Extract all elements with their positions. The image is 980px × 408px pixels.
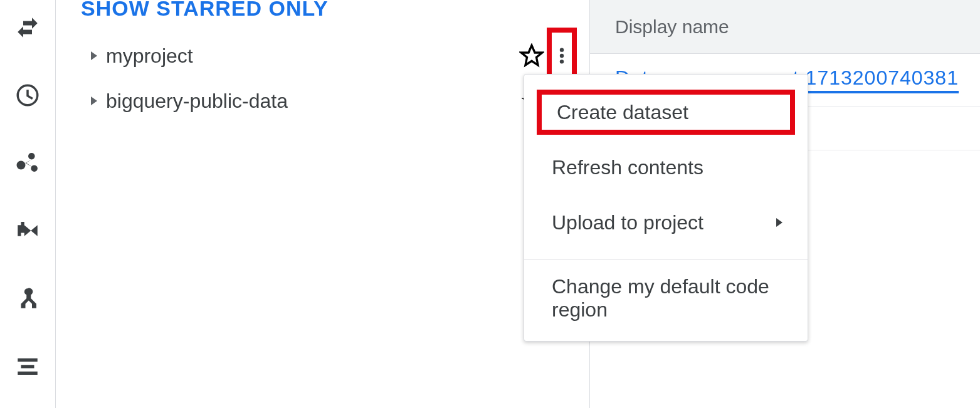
- share-icon[interactable]: [13, 148, 43, 178]
- tree-row-bqpd[interactable]: bigquery-public-data: [81, 78, 577, 123]
- context-menu: Create dataset Refresh contents Upload t…: [524, 74, 808, 342]
- migrate-icon[interactable]: [13, 216, 43, 246]
- logs-icon[interactable]: [13, 351, 43, 381]
- left-rail: [0, 0, 55, 408]
- explorer-panel: SHOW STARRED ONLY myproject bigquery-pub…: [55, 0, 589, 408]
- menu-separator: [524, 259, 808, 259]
- menu-item-refresh-contents[interactable]: Refresh contents: [524, 140, 808, 195]
- svg-point-2: [560, 60, 564, 63]
- fork-icon[interactable]: [13, 283, 43, 313]
- transfers-icon[interactable]: [13, 13, 43, 43]
- chevron-right-icon: [771, 215, 786, 230]
- expand-caret-icon[interactable]: [81, 48, 106, 63]
- menu-item-upload-to-project[interactable]: Upload to project: [524, 195, 808, 250]
- menu-item-create-dataset[interactable]: Create dataset: [537, 90, 795, 135]
- menu-item-label: Upload to project: [552, 211, 703, 234]
- history-icon[interactable]: [13, 80, 43, 110]
- show-starred-link[interactable]: SHOW STARRED ONLY: [81, 0, 577, 21]
- column-header-display-name: Display name: [590, 0, 980, 54]
- star-outline-icon[interactable]: [517, 43, 547, 68]
- tree-label: bigquery-public-data: [106, 90, 517, 113]
- svg-point-1: [560, 54, 564, 58]
- expand-caret-icon[interactable]: [81, 93, 106, 108]
- tree-label: myproject: [106, 44, 517, 68]
- tree-row-myproject[interactable]: myproject: [81, 33, 577, 78]
- svg-point-0: [560, 48, 564, 51]
- menu-item-change-region[interactable]: Change my default code region: [524, 271, 808, 326]
